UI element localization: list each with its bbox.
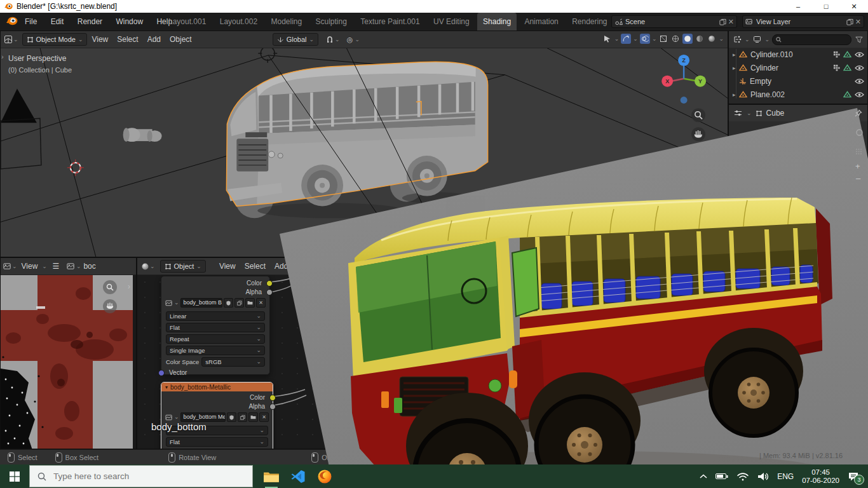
image-pan-button[interactable] bbox=[103, 299, 117, 313]
menu-file[interactable]: File bbox=[19, 13, 43, 30]
language-indicator[interactable]: ENG bbox=[777, 472, 794, 481]
shader-menu-select[interactable]: Select bbox=[240, 262, 270, 271]
viewport-menu-object[interactable]: Object bbox=[165, 35, 196, 44]
shader-menu-view[interactable]: View bbox=[215, 262, 240, 271]
snap-magnet-icon[interactable] bbox=[325, 34, 335, 44]
pin-icon[interactable] bbox=[855, 109, 862, 117]
image-datablock-icon[interactable] bbox=[165, 414, 173, 421]
expand-arrow-icon[interactable]: ▸ bbox=[733, 51, 739, 58]
outliner-item-empty[interactable]: Empty bbox=[729, 74, 867, 88]
battery-icon[interactable] bbox=[715, 473, 728, 480]
metallic-texture-node[interactable]: ▾ body_bottom-Metallic Color Alpha ⌄ bod… bbox=[161, 382, 273, 449]
open-image-folder-icon[interactable] bbox=[248, 412, 258, 422]
extension-dropdown[interactable]: Repeat⌄ bbox=[166, 334, 265, 344]
unlink-image-icon[interactable]: ✕ bbox=[256, 298, 266, 308]
overlays-toggle-icon[interactable] bbox=[640, 34, 650, 44]
shading-material-icon[interactable] bbox=[695, 34, 705, 44]
shader-node-canvas[interactable]: Color Alpha ⌄ body_bottom Ba.. ✕ Linear⌄… bbox=[137, 274, 728, 449]
hamburger-menu-icon[interactable]: ☰ bbox=[51, 261, 61, 271]
workspace-tab[interactable]: Layout.002 bbox=[214, 13, 263, 30]
visibility-eye-icon[interactable] bbox=[855, 65, 864, 71]
workspace-tab[interactable]: Modeling bbox=[265, 13, 308, 30]
alpha-output-socket[interactable] bbox=[269, 403, 276, 410]
proportional-editing-icon[interactable]: ◎ bbox=[345, 34, 355, 44]
open-image-folder-icon[interactable] bbox=[245, 298, 255, 308]
xray-toggle-icon[interactable] bbox=[658, 34, 668, 44]
interpolation-dropdown[interactable]: Linear⌄ bbox=[166, 311, 265, 321]
remove-layer-icon[interactable]: ✕ bbox=[855, 18, 861, 26]
viewport-menu-view[interactable]: View bbox=[87, 35, 112, 44]
visibility-eye-icon[interactable] bbox=[855, 78, 864, 85]
workspace-tab[interactable]: UV Editing bbox=[428, 13, 475, 30]
vscode-icon[interactable] bbox=[290, 467, 306, 486]
shader-type-selector[interactable]: Object ⌄ bbox=[160, 260, 206, 273]
viewport-zoom-button[interactable] bbox=[691, 108, 705, 122]
visibility-eye-icon[interactable] bbox=[855, 92, 864, 98]
minimize-button[interactable]: – bbox=[784, 0, 812, 13]
unlink-image-icon[interactable]: ✕ bbox=[259, 412, 269, 422]
vector-input-socket[interactable] bbox=[158, 370, 165, 376]
action-center-icon[interactable]: 3 bbox=[848, 471, 859, 482]
firefox-icon[interactable] bbox=[316, 467, 333, 486]
workspace-tab-active[interactable]: Shading bbox=[477, 13, 517, 30]
sidebar-toggle-arrow[interactable]: › bbox=[128, 282, 130, 291]
visibility-eye-icon[interactable] bbox=[855, 51, 864, 58]
viewport-menu-select[interactable]: Select bbox=[112, 35, 142, 44]
image-editor-icon[interactable] bbox=[2, 261, 12, 271]
image-datablock-icon[interactable] bbox=[165, 300, 173, 306]
expand-arrow-icon[interactable]: ▸ bbox=[733, 92, 739, 98]
menu-window[interactable]: Window bbox=[110, 13, 149, 30]
duplicate-image-icon[interactable] bbox=[234, 298, 244, 308]
unlink-scene-icon[interactable]: ✕ bbox=[728, 18, 734, 26]
node-header[interactable]: ▾ body_bottom-Metallic bbox=[161, 383, 273, 391]
outliner-editor-icon[interactable] bbox=[732, 34, 742, 44]
clock[interactable]: 07:45 07-06-2020 bbox=[802, 468, 839, 485]
expand-arrow-icon[interactable]: ▸ bbox=[733, 65, 739, 71]
image-menu-view[interactable]: View bbox=[17, 262, 43, 271]
alpha-output-socket[interactable] bbox=[266, 289, 273, 295]
scene-selector[interactable]: Scene ✕ bbox=[611, 15, 737, 28]
fake-user-shield-icon[interactable] bbox=[227, 412, 236, 422]
gizmo-negative-axis[interactable] bbox=[681, 97, 688, 104]
transform-orientation-selector[interactable]: Global ⌄ bbox=[273, 33, 318, 46]
shading-solid-icon[interactable] bbox=[682, 34, 693, 44]
outliner-display-mode-icon[interactable] bbox=[752, 34, 763, 44]
shading-wireframe-icon[interactable] bbox=[670, 34, 681, 44]
ghost-circle-icon[interactable] bbox=[856, 129, 863, 136]
color-space-dropdown[interactable]: sRGB⌄ bbox=[201, 357, 265, 367]
filter-funnel-icon[interactable] bbox=[854, 34, 864, 44]
outliner-item-plane002[interactable]: ▸ Plane.002 bbox=[729, 88, 867, 101]
image-texture-node[interactable]: Color Alpha ⌄ body_bottom Ba.. ✕ Linear⌄… bbox=[161, 276, 270, 375]
menu-edit[interactable]: Edit bbox=[45, 13, 70, 30]
workspace-tab[interactable]: Layout.001 bbox=[163, 13, 212, 30]
zoom-out-icon[interactable]: – bbox=[856, 173, 860, 183]
source-dropdown[interactable]: Single Image⌄ bbox=[166, 346, 265, 355]
cylinder-objects[interactable] bbox=[123, 128, 162, 142]
wifi-icon[interactable] bbox=[736, 472, 749, 481]
search-input[interactable] bbox=[52, 471, 226, 482]
duplicate-image-icon[interactable] bbox=[238, 412, 247, 422]
menu-render[interactable]: Render bbox=[72, 13, 108, 30]
workspace-tab[interactable]: Rendering bbox=[566, 13, 607, 30]
close-button[interactable]: ✕ bbox=[840, 0, 868, 13]
file-explorer-icon[interactable] bbox=[263, 467, 280, 486]
image-name-field[interactable]: body_bottom Me.. bbox=[180, 412, 226, 422]
zoom-in-icon[interactable]: + bbox=[855, 161, 860, 171]
outliner-search-input[interactable] bbox=[772, 34, 851, 45]
color-output-socket[interactable] bbox=[266, 280, 273, 287]
workspace-tab[interactable]: Sculpting bbox=[310, 13, 353, 30]
viewport-menu-add[interactable]: Add bbox=[143, 35, 165, 44]
properties-editor-icon[interactable] bbox=[733, 108, 743, 118]
browse-image-icon[interactable] bbox=[66, 261, 76, 271]
navigation-gizmo[interactable]: X Y Z bbox=[661, 55, 706, 104]
outliner-item-cylinder[interactable]: ▸ Cylinder bbox=[729, 61, 867, 74]
viewport-canvas[interactable]: X Y Z User Perspective (0) Collection | … bbox=[1, 48, 728, 257]
editor-type-icon[interactable] bbox=[3, 34, 13, 44]
collapse-triangle-icon[interactable]: ▾ bbox=[165, 384, 168, 390]
projection-dropdown[interactable]: Flat⌄ bbox=[166, 323, 265, 332]
selectability-icon[interactable] bbox=[602, 34, 613, 44]
image-name-field[interactable]: body_bottom Ba.. bbox=[180, 298, 222, 308]
shader-editor-icon[interactable] bbox=[140, 261, 150, 271]
shading-rendered-icon[interactable] bbox=[707, 34, 717, 44]
workspace-tab[interactable]: Texture Paint.001 bbox=[355, 13, 425, 30]
